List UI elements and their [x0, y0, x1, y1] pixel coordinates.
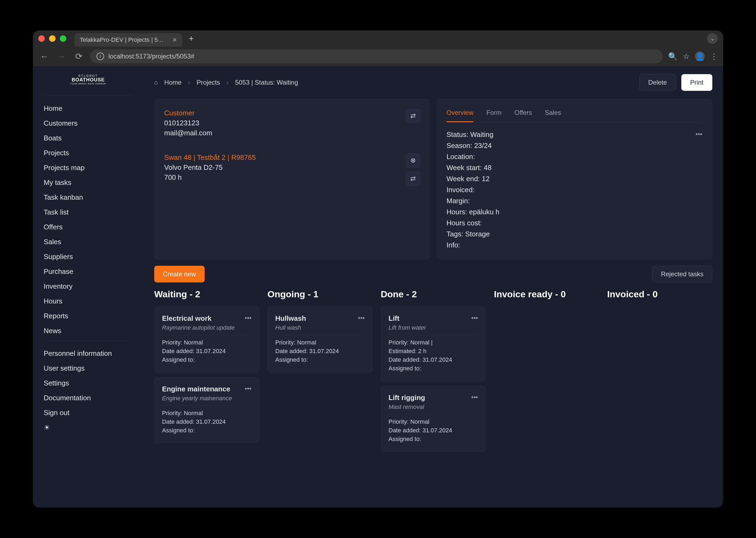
customer-info: Customer 010123123 mail@mail.com — [164, 109, 406, 137]
sidebar-item-reports[interactable]: Reports — [44, 309, 133, 323]
delete-button[interactable]: Delete — [639, 74, 675, 91]
sidebar: STLGRDT BOATHOUSE YOUR ANGEL SAFE HARBOR… — [33, 66, 143, 508]
url-bar[interactable]: i localhost:5173/projects/5053# — [90, 49, 663, 63]
sidebar-item-hours[interactable]: Hours — [44, 294, 133, 309]
window-minimize-button[interactable] — [49, 35, 56, 42]
sidebar-item-projects-map[interactable]: Projects map — [44, 160, 133, 175]
task-card[interactable]: Lift•••Lift from waterPriority: Normal |… — [381, 306, 486, 381]
swap-boat-button[interactable] — [406, 172, 420, 186]
task-card[interactable]: Engine maintenance•••Engine yearly maine… — [154, 377, 259, 443]
bookmark-icon[interactable]: ☆ — [683, 52, 690, 61]
close-tab-icon[interactable]: × — [173, 35, 177, 44]
info-line: Info: — [447, 241, 696, 249]
tab-offers[interactable]: Offers — [514, 109, 532, 122]
menu-icon[interactable]: ⋮ — [710, 52, 718, 61]
customer-boat-panel: Customer 010123123 mail@mail.com Swan 48… — [154, 99, 430, 259]
sidebar-item-sales[interactable]: Sales — [44, 235, 133, 249]
task-more-button[interactable]: ••• — [245, 314, 251, 323]
task-card[interactable]: Lift rigging•••Mast removalPriority: Nor… — [381, 386, 486, 452]
task-subtitle: Engine yearly mainenance — [162, 395, 251, 406]
new-tab-button[interactable]: + — [189, 34, 194, 44]
task-header: Lift rigging••• — [389, 394, 478, 402]
task-card[interactable]: Hullwash•••Hull washPriority: NormalDate… — [267, 306, 373, 373]
close-icon — [410, 157, 416, 164]
sidebar-item-task-kanban[interactable]: Task kanban — [44, 190, 133, 205]
sidebar-item-settings[interactable]: Settings — [44, 376, 133, 391]
window-close-button[interactable] — [38, 35, 45, 42]
sidebar-item-home[interactable]: Home — [44, 101, 133, 116]
task-subtitle: Mast removal — [389, 404, 478, 414]
task-meta: Date added: 31.07.2024 — [389, 356, 478, 363]
sidebar-item-task-list[interactable]: Task list — [44, 205, 133, 220]
window-maximize-button[interactable] — [60, 35, 66, 42]
sidebar-item-customers[interactable]: Customers — [44, 116, 133, 131]
browser-tab[interactable]: TelakkaPro-DEV | Projects | 5… × — [75, 33, 182, 47]
reload-button[interactable]: ⟳ — [73, 51, 85, 62]
sidebar-item-projects[interactable]: Projects — [44, 145, 133, 160]
sidebar-item-purchase[interactable]: Purchase — [44, 264, 133, 279]
breadcrumb-current: 5053 | Status: Waiting — [235, 79, 298, 86]
task-more-button[interactable]: ••• — [245, 385, 251, 393]
breadcrumb-home[interactable]: Home — [164, 79, 182, 86]
url-text: localhost:5173/projects/5053# — [108, 53, 194, 60]
sidebar-item-user-settings[interactable]: User settings — [44, 361, 133, 376]
task-meta: Date added: 31.07.2024 — [389, 427, 478, 434]
sidebar-item-boats[interactable]: Boats — [44, 131, 133, 145]
boat-hours: 700 h — [164, 173, 406, 182]
sidebar-item-sign-out[interactable]: Sign out — [44, 405, 133, 420]
hourscost-line: Hours cost: — [447, 219, 696, 227]
sidebar-item-my-tasks[interactable]: My tasks — [44, 175, 133, 190]
task-meta: Priority: Normal — [275, 339, 365, 346]
task-title: Lift — [389, 314, 471, 323]
browser-toolbar: ← → ⟳ i localhost:5173/projects/5053# 🔍 … — [33, 47, 723, 66]
sidebar-item-news[interactable]: News — [44, 323, 133, 338]
task-card[interactable]: Electrical work•••Raymarine autopilot up… — [154, 306, 259, 373]
divider — [44, 95, 133, 96]
profile-button[interactable]: 👤 — [695, 51, 705, 61]
remove-boat-button[interactable] — [406, 153, 420, 167]
browser-titlebar: TelakkaPro-DEV | Projects | 5… × + ⌄ — [33, 30, 723, 47]
tabs-dropdown-button[interactable]: ⌄ — [707, 33, 718, 44]
season-line: Season: 23/24 — [447, 141, 696, 150]
rejected-tasks-button[interactable]: Rejected tasks — [652, 266, 712, 283]
task-more-button[interactable]: ••• — [358, 314, 365, 323]
tab-sales[interactable]: Sales — [545, 109, 561, 122]
task-more-button[interactable]: ••• — [471, 314, 478, 323]
kanban-column: Ongoing - 1Hullwash•••Hull washPriority:… — [267, 289, 373, 452]
tab-form[interactable]: Form — [486, 109, 502, 122]
browser-window: TelakkaPro-DEV | Projects | 5… × + ⌄ ← →… — [33, 30, 723, 508]
task-more-button[interactable]: ••• — [471, 394, 478, 402]
chevron-right-icon: › — [188, 79, 190, 86]
task-meta: Date added: 31.07.2024 — [162, 418, 251, 425]
swap-customer-button[interactable] — [406, 109, 420, 123]
forward-button[interactable]: → — [56, 51, 67, 62]
customer-phone: 010123123 — [164, 119, 406, 127]
customer-email: mail@mail.com — [164, 129, 406, 137]
boat-info: Swan 48 | Testbåt 2 | R98765 Volvo Penta… — [164, 153, 406, 182]
print-button[interactable]: Print — [681, 74, 712, 91]
home-icon[interactable]: ⌂ — [154, 79, 158, 86]
create-new-button[interactable]: Create new — [154, 266, 205, 283]
task-subtitle: Lift from water — [389, 324, 478, 335]
tab-overview[interactable]: Overview — [447, 109, 473, 122]
boat-label[interactable]: Swan 48 | Testbåt 2 | R98765 — [164, 153, 406, 162]
task-meta: Assigned to: — [275, 356, 365, 363]
customer-block: Customer 010123123 mail@mail.com — [164, 109, 420, 137]
overview-more-button[interactable]: ••• — [696, 131, 702, 249]
margin-line: Margin: — [447, 197, 696, 205]
breadcrumb-projects[interactable]: Projects — [196, 79, 220, 86]
sidebar-item-offers[interactable]: Offers — [44, 220, 133, 235]
kanban-column: Invoiced - 0 — [607, 289, 712, 452]
zoom-icon[interactable]: 🔍 — [668, 52, 677, 61]
task-meta: Priority: Normal — [389, 418, 478, 425]
back-button[interactable]: ← — [38, 51, 50, 62]
sidebar-item-inventory[interactable]: Inventory — [44, 279, 133, 294]
customer-label[interactable]: Customer — [164, 109, 406, 117]
sidebar-item-documentation[interactable]: Documentation — [44, 391, 133, 405]
site-info-icon[interactable]: i — [96, 53, 104, 60]
sidebar-item-suppliers[interactable]: Suppliers — [44, 249, 133, 264]
overview-tabs: Overview Form Offers Sales — [447, 109, 702, 122]
theme-toggle[interactable]: ☀ — [44, 420, 133, 435]
sidebar-item-personnel-information[interactable]: Personnel information — [44, 346, 133, 361]
toolbar-icons: 🔍 ☆ 👤 ⋮ — [668, 51, 718, 61]
